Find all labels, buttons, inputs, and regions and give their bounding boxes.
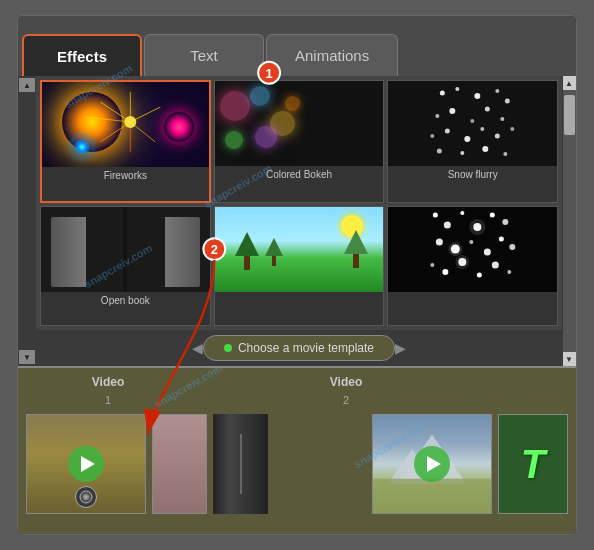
tab-text[interactable]: Text [144, 34, 264, 76]
svg-point-39 [436, 238, 443, 245]
play-icon-2 [427, 456, 441, 472]
svg-point-25 [465, 136, 471, 142]
openbook-label: Open book [99, 292, 152, 309]
svg-point-41 [470, 240, 474, 244]
svg-point-32 [504, 152, 508, 156]
svg-point-56 [85, 496, 88, 499]
svg-point-13 [440, 91, 445, 96]
video1-header: Video 1 [48, 372, 168, 408]
svg-point-19 [450, 108, 456, 114]
effect-fireworks[interactable]: Fireworks [40, 80, 211, 203]
video1-num: 1 [105, 394, 111, 406]
snow-label: Snow flurry [446, 166, 500, 183]
svg-point-38 [503, 219, 509, 225]
camera-icon [79, 490, 93, 504]
video1-label: Video [92, 375, 124, 389]
stars-label [471, 292, 475, 298]
svg-point-46 [443, 269, 449, 275]
svg-point-16 [496, 89, 500, 93]
svg-point-52 [470, 219, 486, 235]
svg-point-29 [437, 149, 442, 154]
arrow-right-icon: ▶ [395, 340, 406, 356]
green-scene-label [297, 292, 301, 298]
green-dot-icon [224, 344, 232, 352]
play-icon [81, 456, 95, 472]
video2-thumbnail[interactable] [372, 414, 492, 514]
bokeh-label: Colored Bokeh [264, 166, 334, 183]
svg-point-31 [483, 146, 489, 152]
left-scrollbar: ▲ ▼ [18, 76, 36, 366]
svg-point-45 [431, 263, 435, 267]
tab-effects[interactable]: Effects [22, 34, 142, 76]
effect-snow-flurry[interactable]: Snow flurry [387, 80, 558, 203]
svg-point-53 [456, 255, 470, 269]
svg-point-24 [445, 129, 450, 134]
video1-thumbnail[interactable] [26, 414, 146, 514]
effects-grid: Fireworks Colored Bokeh [36, 76, 562, 330]
effect-stars[interactable] [387, 206, 558, 327]
svg-point-51 [449, 242, 463, 256]
vscroll-down-button[interactable]: ▼ [563, 352, 576, 366]
scroll-up-button[interactable]: ▲ [19, 78, 35, 92]
svg-point-30 [461, 151, 465, 155]
effect-green-scene[interactable] [214, 206, 385, 327]
svg-point-14 [456, 87, 460, 91]
svg-point-20 [471, 119, 475, 123]
fireworks-label: Fireworks [102, 167, 149, 184]
movie-template-bar: ◀ Choose a movie template ▶ [36, 330, 562, 366]
t-icon: T [521, 442, 545, 487]
tab-bar: Effects Text Animations [18, 16, 576, 76]
svg-point-26 [481, 127, 485, 131]
video1-icon[interactable] [75, 486, 97, 508]
svg-point-12 [124, 116, 136, 128]
svg-point-35 [461, 211, 465, 215]
effect-colored-bokeh[interactable]: Colored Bokeh [214, 80, 385, 203]
video1-play-button[interactable] [68, 446, 104, 482]
video2-header: Video 2 [286, 372, 406, 408]
vscroll-track [563, 90, 576, 352]
tab-animations[interactable]: Animations [266, 34, 398, 76]
svg-point-49 [492, 261, 499, 268]
svg-point-50 [508, 270, 512, 274]
svg-point-48 [477, 272, 482, 277]
svg-point-17 [505, 99, 510, 104]
svg-point-37 [490, 212, 495, 217]
svg-point-27 [495, 134, 500, 139]
green-scene-thumbnail [215, 207, 384, 292]
scroll-down-button[interactable]: ▼ [19, 350, 35, 364]
video2-play-button[interactable] [414, 446, 450, 482]
vscroll-up-button[interactable]: ▲ [563, 76, 576, 90]
timeline-tracks: T [18, 408, 576, 534]
movie-template-button[interactable]: Choose a movie template [203, 335, 395, 361]
effect-open-book[interactable]: Open book [40, 206, 211, 327]
effects-grid-area: Fireworks Colored Bokeh [36, 76, 562, 366]
vscroll-thumb[interactable] [564, 95, 575, 135]
svg-point-18 [436, 114, 440, 118]
svg-rect-59 [373, 479, 491, 513]
content-area: ▲ ▼ [18, 76, 576, 366]
snow-thumbnail [388, 81, 557, 166]
svg-point-21 [485, 107, 490, 112]
dark-strip [213, 414, 268, 514]
fireworks-thumbnail [42, 82, 209, 167]
text-overlay-thumb[interactable]: T [498, 414, 568, 514]
svg-point-15 [475, 93, 481, 99]
svg-point-42 [484, 248, 491, 255]
video2-num: 2 [343, 394, 349, 406]
stars-thumbnail [388, 207, 557, 292]
svg-point-34 [444, 221, 451, 228]
arrow-left-icon: ◀ [192, 340, 203, 356]
svg-point-44 [510, 244, 516, 250]
main-window: 1 2 Effects Text Animations ▲ ▼ [17, 15, 577, 535]
timeline-area: Video 1 Video 2 [18, 366, 576, 534]
openbook-thumbnail [41, 207, 210, 292]
right-scrollbar: ▲ ▼ [562, 76, 576, 366]
svg-point-23 [431, 134, 435, 138]
svg-point-33 [433, 212, 438, 217]
video2-label: Video [330, 375, 362, 389]
svg-point-22 [501, 117, 505, 121]
svg-point-28 [511, 127, 515, 131]
svg-point-43 [499, 236, 504, 241]
video1-strip [152, 414, 207, 514]
bokeh-thumbnail [215, 81, 384, 166]
